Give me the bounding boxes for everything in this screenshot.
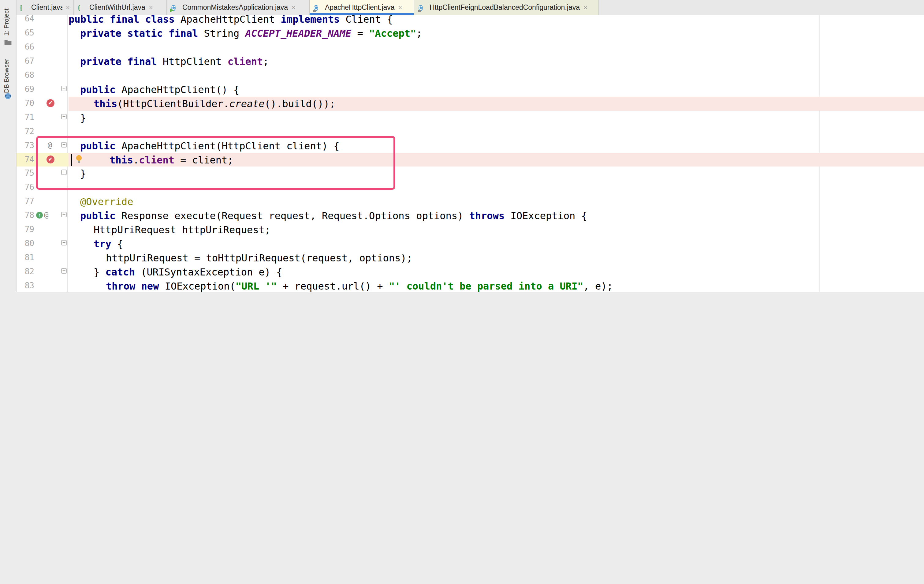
code-token: }: [80, 112, 86, 123]
line-number: 80: [16, 239, 34, 248]
code-text[interactable]: public ApacheHttpClient() {: [80, 84, 239, 96]
code-token: String: [204, 28, 245, 39]
close-icon[interactable]: ×: [398, 4, 403, 11]
code-line-70: 70✔this(HttpClientBuilder.create().build…: [16, 96, 924, 111]
fold-marker-icon[interactable]: −: [61, 142, 67, 147]
fold-marker-icon[interactable]: −: [61, 212, 67, 218]
code-text[interactable]: this(HttpClientBuilder.create().build())…: [94, 98, 335, 109]
text-caret: [71, 154, 72, 165]
code-token: throws: [469, 210, 511, 222]
fold-end-marker-icon[interactable]: −: [61, 170, 67, 175]
close-icon[interactable]: ×: [149, 4, 153, 11]
code-token: (URISyntaxException e) {: [141, 266, 282, 278]
code-line-78: 78↑@−public Response execute(Request req…: [16, 209, 924, 223]
code-token: Response execute(Request request, Reques…: [122, 210, 469, 222]
line-number: 77: [16, 197, 34, 206]
fold-end-marker-icon[interactable]: −: [61, 268, 67, 274]
code-text[interactable]: @Override: [80, 196, 133, 208]
editor-tab-httpclientfeignloadbalancedconfiguration-java[interactable]: CHttpClientFeignLoadBalancedConfiguratio…: [414, 0, 599, 15]
tool-window-label: DB Browser: [2, 59, 10, 93]
code-text[interactable]: HttpUriRequest httpUriRequest;: [94, 224, 271, 236]
code-line-67: 67private final HttpClient client;: [16, 55, 924, 69]
folder-icon: [4, 38, 12, 46]
code-token: HttpClient: [163, 56, 228, 67]
code-token: private static final: [80, 28, 204, 39]
code-token: client: [228, 56, 263, 67]
intention-bulb-icon[interactable]: [75, 154, 83, 164]
code-text[interactable]: private static final String ACCEPT_HEADE…: [80, 28, 422, 39]
editor-tab-commonmistakesapplication-java[interactable]: CCommonMistakesApplication.java×: [167, 0, 310, 15]
code-token: ApacheHttpClient: [180, 15, 281, 25]
code-token: (HttpClientBuilder.: [117, 98, 229, 109]
close-icon[interactable]: ×: [292, 4, 295, 11]
code-token: @Override: [80, 196, 133, 208]
fold-marker-icon[interactable]: −: [61, 240, 67, 245]
editor-tab-client-java[interactable]: IClient.java×: [16, 0, 74, 15]
code-token: public: [80, 210, 122, 222]
code-text[interactable]: httpUriRequest = toHttpUriRequest(reques…: [106, 252, 412, 264]
code-line-68: 68: [16, 69, 924, 83]
annotation-gutter-icon: @: [48, 141, 52, 149]
code-token: }: [80, 168, 86, 180]
code-text[interactable]: }: [80, 112, 86, 123]
editor-tab-apachehttpclient-java[interactable]: CApacheHttpClient.java×: [310, 0, 414, 15]
overrides-method-icon[interactable]: ↑: [36, 212, 43, 219]
code-line-76: 76: [16, 181, 924, 195]
code-token: create: [229, 98, 265, 109]
editor-tab-label: ClientWithUrl.java: [89, 4, 145, 11]
code-token: ;: [416, 28, 422, 39]
db-browser-icon: [4, 92, 12, 100]
code-token: httpUriRequest = toHttpUriRequest(reques…: [106, 252, 412, 264]
code-editor[interactable]: 64public final class ApacheHttpClient im…: [16, 15, 924, 292]
sidebar-item-db-browser[interactable]: DB Browser: [2, 59, 10, 93]
code-token: ApacheHttpClient() {: [122, 84, 239, 96]
code-token: private final: [80, 56, 163, 67]
class-icon: C: [419, 3, 427, 11]
code-text[interactable]: public ApacheHttpClient(HttpClient clien…: [80, 140, 340, 152]
code-line-65: 65private static final String ACCEPT_HEA…: [16, 26, 924, 40]
fold-marker-icon[interactable]: −: [61, 86, 67, 91]
code-text[interactable]: public Response execute(Request request,…: [80, 210, 587, 222]
close-icon[interactable]: ×: [66, 4, 70, 11]
breakpoint-icon[interactable]: ✔: [46, 99, 54, 107]
code-token: , e);: [584, 280, 613, 292]
code-token: public: [80, 84, 122, 96]
editor-tab-label: CommonMistakesApplication.java: [182, 4, 288, 11]
code-token: catch: [106, 266, 141, 278]
editor-tab-bar: IClient.java×IClientWithUrl.java×CCommon…: [16, 0, 924, 15]
code-text[interactable]: } catch (URISyntaxException e) {: [94, 266, 282, 278]
fold-end-marker-icon[interactable]: −: [61, 114, 67, 119]
editor-tab-label: Client.java: [31, 4, 62, 11]
code-text[interactable]: public final class ApacheHttpClient impl…: [69, 15, 393, 25]
code-token: throw new: [106, 280, 165, 292]
code-line-83: 83throw new IOException("URL '" + reques…: [16, 279, 924, 292]
code-line-69: 69−public ApacheHttpClient() {: [16, 83, 924, 97]
lock-overlay-icon: [313, 10, 316, 12]
code-token: HttpUriRequest httpUriRequest;: [94, 224, 271, 236]
annotation-gutter-icon: @: [44, 211, 48, 220]
code-text[interactable]: this.client = client;: [109, 154, 233, 165]
close-icon[interactable]: ×: [584, 4, 587, 11]
class-icon: C: [172, 3, 179, 11]
code-token: "' couldn't be parsed into a URI": [389, 280, 584, 292]
code-token: client: [139, 154, 174, 165]
breakpoint-icon[interactable]: ✔: [46, 155, 54, 163]
editor-tab-clientwithurl-java[interactable]: IClientWithUrl.java×: [74, 0, 167, 15]
code-token: "URL '": [236, 280, 277, 292]
code-token: = client;: [174, 154, 233, 165]
code-text[interactable]: try {: [94, 238, 123, 250]
code-text[interactable]: throw new IOException("URL '" + request.…: [106, 280, 613, 292]
code-text[interactable]: private final HttpClient client;: [80, 56, 269, 67]
line-number: 78: [16, 211, 34, 220]
code-text[interactable]: }: [80, 168, 86, 180]
line-number: 83: [16, 281, 34, 290]
code-line-71: 71−}: [16, 111, 924, 124]
code-token: =: [351, 28, 369, 39]
line-number: 71: [16, 112, 34, 121]
lock-overlay-icon: [418, 10, 421, 12]
sidebar-item----project[interactable]: 1: Project: [2, 8, 10, 36]
line-number: 81: [16, 253, 34, 262]
code-token: implements: [281, 15, 346, 25]
line-number: 68: [16, 70, 34, 79]
code-line-66: 66: [16, 40, 924, 55]
